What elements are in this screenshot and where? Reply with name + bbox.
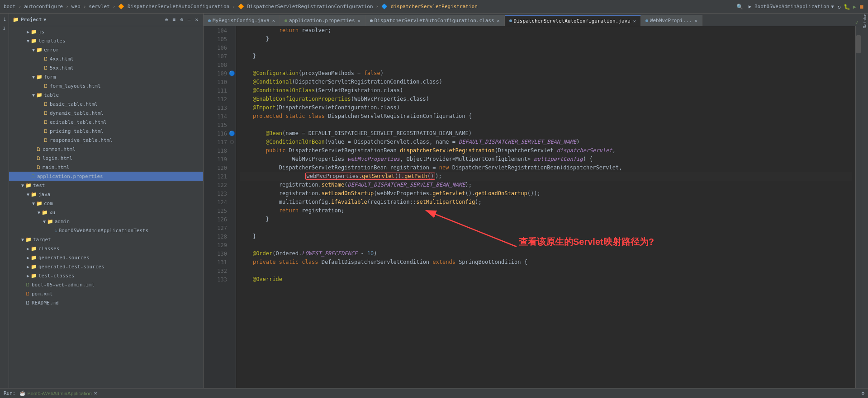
code-line-133: @Override: [240, 275, 852, 284]
code-line-118: public DispatcherServletRegistrationBean…: [240, 146, 852, 155]
sidebar-icon-2[interactable]: 2: [0, 24, 9, 33]
code-line-114: protected static class DispatcherServlet…: [240, 112, 852, 121]
tab-label-dispatcher-class: DispatcherServletAutoConfiguration.class: [375, 18, 494, 23]
gear-icon[interactable]: ⚙: [179, 16, 185, 23]
run-button[interactable]: ☕ Boot05WebAdminApplication ✕: [19, 390, 97, 396]
tree-item-gen-test-sources[interactable]: ▶ 📁 generated-test-sources: [9, 262, 203, 271]
tree-item-main-html[interactable]: 🗋 main.html: [9, 163, 203, 172]
scrollbar-thumb[interactable]: [856, 35, 861, 53]
tree-item-target[interactable]: ▼ 📁 target: [9, 235, 203, 244]
tree-item-basic-table[interactable]: 🗋 basic_table.html: [9, 99, 203, 108]
tree-item-readme[interactable]: 🗋 README.md: [9, 298, 203, 307]
tree-item-templates[interactable]: ▼ 📁 templates: [9, 36, 203, 45]
tree-item-test-classes[interactable]: ▶ 📁 test-classes: [9, 271, 203, 280]
bottom-settings-icon[interactable]: ⚙: [861, 390, 864, 396]
tree-item-editable-table[interactable]: 🗋 editable_table.html: [9, 117, 203, 126]
tree-item-common[interactable]: 🗋 common.html: [9, 145, 203, 154]
breadcrumb-dispatcher-auto[interactable]: 🔶 DispatcherServletAutoConfiguration: [118, 4, 229, 9]
tree-item-pom[interactable]: 🗋 pom.xml: [9, 289, 203, 298]
tree-item-iml[interactable]: 🗋 boot-05-web-admin.iml: [9, 280, 203, 289]
tree-item-responsive-table[interactable]: 🗋 responsive_table.html: [9, 136, 203, 145]
tree-item-application-properties[interactable]: 🗒 application.properties: [9, 172, 203, 181]
fold-116[interactable]: 🔵: [229, 129, 235, 138]
stop-icon[interactable]: ⏹: [859, 4, 864, 10]
code-editor[interactable]: 104 105 106 107 108 109 110 111 112 113 …: [204, 26, 861, 388]
project-panel: 📁 Project ▼ ⊕ ≡ ⚙ — ✕ ▶ 📁 js: [9, 14, 204, 388]
code-line-130: @Order(Ordered.LOWEST_PRECEDENCE - 10): [240, 249, 852, 258]
tree-item-error[interactable]: ▼ 📁 error: [9, 45, 203, 54]
sidebar-icon-strip: 1 2: [0, 14, 9, 388]
code-line-112: @EnableConfigurationProperties(WebMvcPro…: [240, 95, 852, 103]
tree-item-4xx[interactable]: 🗋 4xx.html: [9, 54, 203, 63]
vertical-scrollbar[interactable]: [855, 26, 861, 388]
tab-dot-dispatcher-class: [370, 19, 373, 22]
fold-109[interactable]: 🔵: [229, 69, 235, 78]
code-line-108: [240, 61, 852, 69]
search-icon[interactable]: 🔍: [736, 4, 743, 10]
refresh-icon[interactable]: ↻: [838, 4, 841, 10]
tab-myregistconfig[interactable]: MyRegistConfig.java ✕: [204, 15, 280, 26]
tree-item-gen-sources[interactable]: ▶ 📁 generated-sources: [9, 253, 203, 262]
tab-close-myregistconfig[interactable]: ✕: [272, 18, 275, 23]
breadcrumb-boot[interactable]: boot: [4, 4, 16, 9]
tree-item-form-layouts[interactable]: 🗋 form_layouts.html: [9, 81, 203, 90]
tab-close-dispatcher-class[interactable]: ✕: [497, 18, 500, 23]
tree-arrow-error: ▼: [31, 47, 36, 52]
gutter-123: 123: [204, 189, 229, 198]
database-icon[interactable]: Database: [861, 15, 868, 23]
tree-item-js[interactable]: ▶ 📁 js: [9, 27, 203, 36]
tab-close-application-properties[interactable]: ✕: [358, 18, 360, 23]
tree-item-admin[interactable]: ▼ 📁 admin: [9, 217, 203, 226]
tree-item-test[interactable]: ▼ 📁 test: [9, 181, 203, 190]
sync-icon[interactable]: ⊕: [164, 16, 170, 23]
tree-item-dynamic-table[interactable]: 🗋 dynamic_table.html: [9, 108, 203, 117]
tab-close-dispatcher-java[interactable]: ✕: [633, 19, 636, 23]
tree-label-java: java: [38, 192, 51, 197]
close-icon[interactable]: ✕: [194, 16, 199, 23]
tree-item-pricing-table[interactable]: 🗋 pricing_table.html: [9, 126, 203, 136]
tree-item-classes[interactable]: ▶ 📁 classes: [9, 244, 203, 253]
code-content[interactable]: return resolver; } }: [236, 26, 855, 388]
tab-webmvcprop[interactable]: WebMvcPropi... ✕: [641, 15, 702, 26]
tree-arrow-java: ▼: [25, 192, 31, 197]
tree-item-java[interactable]: ▼ 📁 java: [9, 190, 203, 199]
breadcrumb-web[interactable]: web: [71, 4, 81, 9]
run-close-icon[interactable]: ✕: [94, 391, 97, 396]
html-icon-editable-table: 🗋: [43, 119, 48, 125]
tab-dot-dispatcher-java: [509, 19, 512, 22]
tree-item-login[interactable]: 🗋 login.html: [9, 154, 203, 163]
breadcrumb-autoconfigure[interactable]: autoconfigure: [24, 4, 63, 9]
code-line-115: [240, 121, 852, 129]
tree-label-iml: boot-05-web-admin.iml: [32, 282, 95, 288]
tree-item-5xx[interactable]: 🗋 5xx.html: [9, 63, 203, 72]
tree-item-table[interactable]: ▼ 📁 table: [9, 90, 203, 99]
tree-label-pricing-table: pricing_table.html: [50, 128, 104, 134]
tab-check-icon: ✓: [855, 19, 861, 26]
breadcrumb-method[interactable]: 🔷 dispatcherServletRegistration: [381, 4, 478, 9]
tree-label-gen-test-sources: generated-test-sources: [38, 264, 104, 270]
run-config-dropdown[interactable]: ▼: [831, 4, 834, 9]
debug-icon[interactable]: 🐛: [844, 4, 850, 10]
sidebar-icon-1[interactable]: 1: [0, 16, 9, 23]
tree-label-com: com: [44, 201, 53, 206]
tree-item-boot05-tests[interactable]: ☕ Boot05WebAdminApplicationTests: [9, 226, 203, 235]
breadcrumb-servlet[interactable]: servlet: [89, 4, 109, 9]
settings-icon[interactable]: ≡: [171, 16, 177, 23]
tab-close-webmvcprop[interactable]: ✕: [695, 18, 697, 23]
tab-dispatcher-java[interactable]: DispatcherServletAutoConfiguration.java …: [505, 15, 641, 26]
code-line-127: [240, 224, 852, 232]
project-dropdown-icon[interactable]: ▼: [43, 17, 46, 22]
tab-dispatcher-class[interactable]: DispatcherServletAutoConfiguration.class…: [365, 15, 505, 26]
tree-item-xu[interactable]: ▼ 📁 xu: [9, 208, 203, 217]
gutter-104: 104: [204, 26, 229, 35]
fold-116b[interactable]: ⬡: [229, 138, 235, 146]
fold-121: [229, 181, 235, 189]
tree-item-form[interactable]: ▼ 📁 form: [9, 72, 203, 81]
breadcrumb-registration-config[interactable]: 🔶 DispatcherServletRegistrationConfigura…: [238, 4, 373, 9]
gutter-110: 110: [204, 78, 229, 86]
tab-application-properties[interactable]: application.properties ✕: [280, 15, 365, 26]
tree-item-com[interactable]: ▼ 📁 com: [9, 199, 203, 208]
run-icon[interactable]: ▶: [853, 4, 856, 10]
tree-label-5xx: 5xx.html: [50, 65, 74, 71]
minimize-icon[interactable]: —: [186, 16, 192, 23]
